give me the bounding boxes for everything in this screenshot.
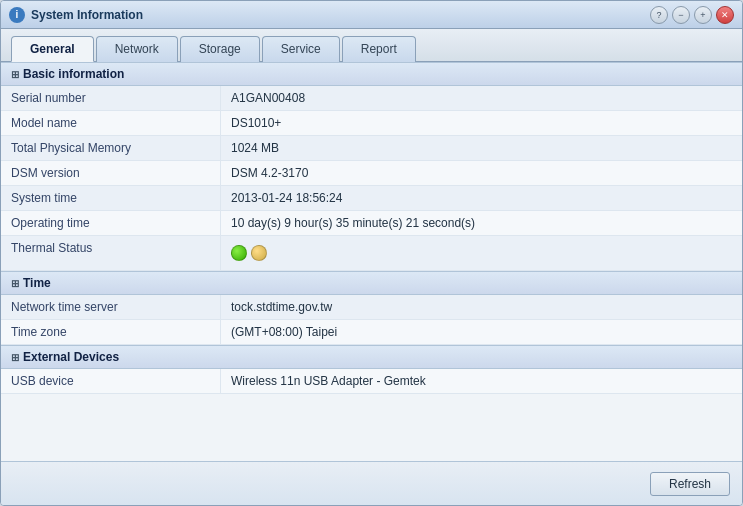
basic-info-section-header: ⊞ Basic information [1,62,742,86]
row-value-dsm: DSM 4.2-3170 [221,161,742,185]
row-value-model: DS1010+ [221,111,742,135]
row-label-dsm: DSM version [1,161,221,185]
collapse-icon-ext: ⊞ [11,352,19,363]
row-label-thermal: Thermal Status [1,236,221,270]
row-label-ntp: Network time server [1,295,221,319]
window-title: System Information [31,8,650,22]
row-label-uptime: Operating time [1,211,221,235]
tabs-bar: General Network Storage Service Report [1,29,742,62]
row-value-uptime: 10 day(s) 9 hour(s) 35 minute(s) 21 seco… [221,211,742,235]
window-icon: i [9,7,25,23]
table-row: Total Physical Memory 1024 MB [1,136,742,161]
row-label-systemtime: System time [1,186,221,210]
time-section-header: ⊞ Time [1,271,742,295]
tab-service[interactable]: Service [262,36,340,62]
row-label-memory: Total Physical Memory [1,136,221,160]
row-value-usb: Wireless 11n USB Adapter - Gemtek [221,369,742,393]
table-row: DSM version DSM 4.2-3170 [1,161,742,186]
system-information-window: i System Information ? − + ✕ General Net… [0,0,743,506]
row-value-timezone: (GMT+08:00) Taipei [221,320,742,344]
row-value-systemtime: 2013-01-24 18:56:24 [221,186,742,210]
table-row: System time 2013-01-24 18:56:24 [1,186,742,211]
row-label-usb: USB device [1,369,221,393]
row-label-timezone: Time zone [1,320,221,344]
collapse-icon-time: ⊞ [11,278,19,289]
row-label-serial: Serial number [1,86,221,110]
table-row: Serial number A1GAN00408 [1,86,742,111]
maximize-button[interactable]: + [694,6,712,24]
table-row: Thermal Status [1,236,742,271]
table-row: Network time server tock.stdtime.gov.tw [1,295,742,320]
row-value-serial: A1GAN00408 [221,86,742,110]
row-value-ntp: tock.stdtime.gov.tw [221,295,742,319]
tab-general[interactable]: General [11,36,94,62]
close-button[interactable]: ✕ [716,6,734,24]
thermal-status-icons [231,241,732,265]
title-bar: i System Information ? − + ✕ [1,1,742,29]
content-area: ⊞ Basic information Serial number A1GAN0… [1,62,742,461]
tab-storage[interactable]: Storage [180,36,260,62]
tab-network[interactable]: Network [96,36,178,62]
table-row: USB device Wireless 11n USB Adapter - Ge… [1,369,742,394]
row-value-thermal [221,236,742,270]
footer: Refresh [1,461,742,505]
thermal-indicator-yellow [251,245,267,261]
minimize-button[interactable]: − [672,6,690,24]
collapse-icon: ⊞ [11,69,19,80]
table-row: Time zone (GMT+08:00) Taipei [1,320,742,345]
table-row: Operating time 10 day(s) 9 hour(s) 35 mi… [1,211,742,236]
tab-report[interactable]: Report [342,36,416,62]
refresh-button[interactable]: Refresh [650,472,730,496]
window-controls: ? − + ✕ [650,6,734,24]
row-value-memory: 1024 MB [221,136,742,160]
table-row: Model name DS1010+ [1,111,742,136]
help-button[interactable]: ? [650,6,668,24]
external-devices-section-header: ⊞ External Devices [1,345,742,369]
thermal-indicator-green [231,245,247,261]
row-label-model: Model name [1,111,221,135]
